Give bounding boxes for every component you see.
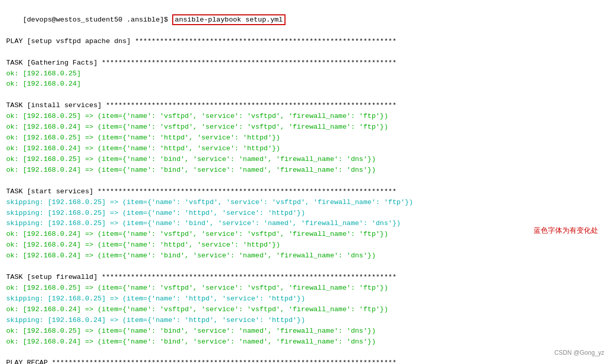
prompt: [devops@westos_student50 .ansible]$ bbox=[23, 16, 172, 24]
fw-skip-1: skipping: [192.168.0.25] => (item={'name… bbox=[6, 294, 606, 305]
install-3: ok: [192.168.0.25] => (item={'name': 'ht… bbox=[6, 133, 606, 144]
install-6: ok: [192.168.0.24] => (item={'name': 'bi… bbox=[6, 165, 606, 176]
recap-header: PLAY RECAP *****************************… bbox=[6, 358, 606, 364]
start-skip-3: skipping: [192.168.0.25] => (item={'name… bbox=[6, 218, 606, 229]
csdn-watermark: CSDN @Gong_yz bbox=[554, 348, 604, 358]
fw-ok-4: ok: [192.168.0.24] => (item={'name': 'bi… bbox=[6, 337, 606, 348]
command-line: [devops@westos_student50 .ansible]$ ansi… bbox=[6, 4, 606, 36]
command-box-wrapper: ansible-playbook setup.yml bbox=[172, 14, 285, 25]
start-ok-2: ok: [192.168.0.24] => (item={'name': 'ht… bbox=[6, 240, 606, 251]
blank-line-3 bbox=[6, 176, 606, 187]
terminal-window: [devops@westos_student50 .ansible]$ ansi… bbox=[6, 4, 606, 364]
command-text: ansible-playbook setup.yml bbox=[175, 16, 283, 24]
install-5: ok: [192.168.0.25] => (item={'name': 'bi… bbox=[6, 154, 606, 165]
install-1: ok: [192.168.0.25] => (item={'name': 'vs… bbox=[6, 111, 606, 122]
install-4: ok: [192.168.0.24] => (item={'name': 'ht… bbox=[6, 144, 606, 154]
gather-ok-1: ok: [192.168.0.25] bbox=[6, 69, 606, 79]
play-line: PLAY [setup vsftpd apache dns] *********… bbox=[6, 36, 606, 47]
annotation: 蓝色字体为有变化处 bbox=[534, 225, 598, 236]
fw-skip-2: skipping: [192.168.0.24] => (item={'name… bbox=[6, 315, 606, 326]
task-start: TASK [start services] ******************… bbox=[6, 187, 606, 197]
blank-line-2 bbox=[6, 90, 606, 100]
gather-ok-2: ok: [192.168.0.24] bbox=[6, 79, 606, 90]
start-skip-2: skipping: [192.168.0.25] => (item={'name… bbox=[6, 208, 606, 219]
blank-line-5 bbox=[6, 348, 606, 358]
start-ok-1: ok: [192.168.0.24] => (item={'name': 'vs… bbox=[6, 229, 606, 240]
start-skip-1: skipping: [192.168.0.25] => (item={'name… bbox=[6, 197, 606, 208]
task-firewalld: TASK [setup firewalld] *****************… bbox=[6, 272, 606, 283]
blank-line-4 bbox=[6, 261, 606, 272]
task-install: TASK [install services] ****************… bbox=[6, 100, 606, 111]
fw-ok-1: ok: [192.168.0.25] => (item={'name': 'vs… bbox=[6, 283, 606, 294]
fw-ok-2: ok: [192.168.0.24] => (item={'name': 'vs… bbox=[6, 305, 606, 315]
task-gathering: TASK [Gathering Facts] *****************… bbox=[6, 58, 606, 69]
install-2: ok: [192.168.0.24] => (item={'name': 'vs… bbox=[6, 122, 606, 133]
blank-line-1 bbox=[6, 47, 606, 58]
start-ok-3: ok: [192.168.0.24] => (item={'name': 'bi… bbox=[6, 251, 606, 261]
fw-ok-3: ok: [192.168.0.25] => (item={'name': 'bi… bbox=[6, 326, 606, 337]
